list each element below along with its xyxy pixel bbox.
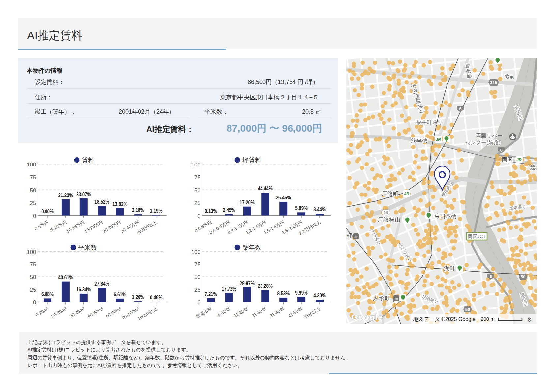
svg-text:16.34%: 16.34%: [76, 286, 91, 293]
svg-text:51年以上: 51年以上: [303, 306, 322, 320]
svg-text:3.44%: 3.44%: [313, 206, 326, 213]
svg-text:33.07%: 33.07%: [76, 191, 91, 197]
svg-text:5.89%: 5.89%: [295, 205, 308, 211]
svg-text:50: 50: [521, 274, 525, 279]
svg-text:26.46%: 26.46%: [276, 195, 291, 201]
svg-text:m: m: [354, 234, 357, 238]
svg-text:両国JCT: 両国JCT: [468, 234, 486, 239]
svg-text:17.20%: 17.20%: [240, 199, 255, 206]
svg-text:40.61%: 40.61%: [58, 274, 73, 281]
svg-text:福井町通り: 福井町通り: [416, 119, 443, 125]
svg-text:40万円以上: 40万円以上: [136, 220, 158, 235]
svg-text:6-10年: 6-10年: [217, 306, 231, 317]
svg-text:6: 6: [500, 148, 502, 153]
svg-text:JR: JR: [436, 137, 441, 142]
svg-text:0.46%: 0.46%: [150, 294, 163, 301]
svg-text:25: 25: [30, 200, 36, 206]
svg-text:75: 75: [194, 261, 200, 268]
svg-text:5-10万円: 5-10万円: [49, 220, 67, 233]
svg-text:75: 75: [30, 174, 36, 181]
svg-text:新築-5年: 新築-5年: [195, 306, 213, 319]
svg-text:JR: JR: [516, 158, 522, 162]
svg-text:100m²以上: 100m²以上: [137, 306, 158, 321]
svg-text:Google: Google: [351, 312, 383, 322]
svg-text:100: 100: [191, 162, 200, 168]
svg-text:2.45%: 2.45%: [223, 207, 235, 213]
svg-text:315: 315: [490, 80, 497, 85]
svg-text:60-80m²: 60-80m²: [105, 306, 122, 318]
svg-text:11-20年: 11-20年: [233, 306, 249, 318]
svg-text:浅草橋: 浅草橋: [411, 137, 428, 143]
svg-text:23.28%: 23.28%: [258, 283, 273, 289]
svg-text:100: 100: [191, 249, 200, 255]
svg-text:センター(航路): センター(航路): [465, 140, 501, 145]
svg-text:31-40年: 31-40年: [269, 306, 286, 318]
svg-text:41-50年: 41-50年: [287, 306, 304, 318]
svg-text:100: 100: [27, 249, 36, 255]
svg-text:6: 6: [489, 274, 492, 279]
svg-text:1.2-1.5万円: 1.2-1.5万円: [245, 220, 267, 235]
svg-text:賃料: 賃料: [82, 157, 94, 164]
svg-text:18.52%: 18.52%: [94, 199, 109, 205]
svg-text:6.61%: 6.61%: [114, 291, 126, 298]
svg-text:50: 50: [30, 187, 36, 194]
svg-text:0.00%: 0.00%: [41, 208, 54, 215]
svg-text:0: 0: [198, 299, 200, 306]
svg-text:75: 75: [194, 174, 200, 181]
svg-text:両国リバー: 両国リバー: [476, 133, 503, 138]
svg-text:浜町: 浜町: [444, 265, 455, 272]
svg-text:町: 町: [346, 233, 352, 239]
svg-text:40-60m²: 40-60m²: [87, 306, 104, 318]
svg-text:44.44%: 44.44%: [258, 185, 273, 192]
svg-text:17.72%: 17.72%: [222, 286, 236, 292]
svg-text:0-5万円: 0-5万円: [34, 220, 49, 231]
svg-text:馬喰町: 馬喰町: [382, 191, 399, 197]
svg-text:2.18%: 2.18%: [132, 207, 144, 213]
svg-text:両国: 両国: [502, 157, 513, 163]
svg-text:50: 50: [194, 187, 200, 194]
svg-text:東日本橋: 東日本橋: [434, 213, 457, 219]
svg-text:地図データ ©2025 Google: 地図データ ©2025 Google: [413, 317, 476, 322]
svg-text:100: 100: [27, 162, 36, 168]
svg-text:15-20万円: 15-20万円: [84, 220, 104, 234]
svg-text:4.30%: 4.30%: [313, 292, 326, 299]
svg-text:0.13%: 0.13%: [205, 208, 217, 214]
svg-text:馬喰横山: 馬喰横山: [378, 217, 400, 223]
svg-text:6: 6: [459, 106, 461, 111]
svg-text:⚙: ⚙: [527, 317, 532, 323]
svg-text:27.84%: 27.84%: [94, 281, 109, 287]
svg-text:20-30m²: 20-30m²: [50, 306, 67, 318]
svg-text:0: 0: [33, 213, 36, 219]
svg-text:28.97%: 28.97%: [240, 280, 255, 286]
svg-text:20-30万円: 20-30万円: [102, 220, 122, 234]
svg-text:総武: 総武: [530, 164, 537, 170]
svg-text:6.88%: 6.88%: [41, 291, 54, 297]
svg-text:200 m: 200 m: [481, 316, 495, 322]
svg-text:9.99%: 9.99%: [295, 290, 308, 296]
svg-text:25: 25: [194, 287, 200, 293]
svg-text:1.19%: 1.19%: [150, 208, 163, 214]
svg-text:75: 75: [30, 261, 36, 268]
svg-text:0: 0: [33, 299, 36, 306]
svg-text:14: 14: [384, 210, 388, 215]
svg-text:25: 25: [194, 200, 200, 206]
svg-text:50: 50: [465, 307, 470, 312]
svg-text:m: m: [395, 296, 398, 300]
svg-text:坪賃料: 坪賃料: [242, 157, 261, 164]
svg-text:30-40m²: 30-40m²: [69, 306, 85, 318]
svg-text:平米数: 平米数: [78, 244, 97, 251]
svg-text:21-30年: 21-30年: [251, 306, 267, 318]
svg-text:7.21%: 7.21%: [205, 291, 217, 297]
svg-text:築年数: 築年数: [242, 244, 261, 251]
svg-text:人形町: 人形町: [373, 295, 390, 301]
svg-text:0-20m²: 0-20m²: [35, 306, 49, 317]
svg-text:50: 50: [194, 274, 200, 280]
svg-text:JR: JR: [404, 192, 409, 196]
svg-text:13.82%: 13.82%: [112, 201, 127, 207]
svg-text:31.22%: 31.22%: [58, 192, 73, 198]
svg-text:0: 0: [198, 213, 200, 219]
svg-text:50: 50: [30, 274, 36, 280]
svg-text:25: 25: [30, 287, 36, 293]
svg-text:蔵前: 蔵前: [504, 74, 515, 79]
svg-text:10-15万円: 10-15万円: [66, 220, 86, 234]
